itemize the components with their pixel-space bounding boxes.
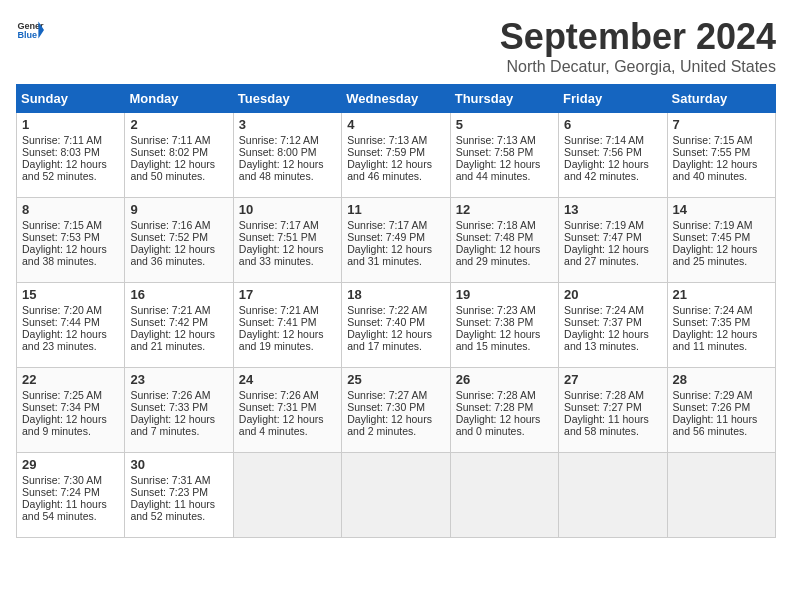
day-detail: Sunset: 7:59 PM [347,146,444,158]
calendar-cell: 1Sunrise: 7:11 AMSunset: 8:03 PMDaylight… [17,113,125,198]
day-detail: Sunrise: 7:23 AM [456,304,553,316]
day-detail: Sunset: 7:56 PM [564,146,661,158]
day-detail: and 25 minutes. [673,255,770,267]
day-detail: and 38 minutes. [22,255,119,267]
week-row-4: 22Sunrise: 7:25 AMSunset: 7:34 PMDayligh… [17,368,776,453]
day-detail: Daylight: 12 hours [130,328,227,340]
day-detail: and 21 minutes. [130,340,227,352]
day-number: 3 [239,117,336,132]
day-detail: and 29 minutes. [456,255,553,267]
col-header-monday: Monday [125,85,233,113]
logo-icon: General Blue [16,16,44,44]
day-detail: Daylight: 12 hours [456,158,553,170]
calendar-cell: 14Sunrise: 7:19 AMSunset: 7:45 PMDayligh… [667,198,775,283]
day-detail: Sunset: 8:00 PM [239,146,336,158]
day-detail: Daylight: 12 hours [239,158,336,170]
calendar-cell [559,453,667,538]
calendar-cell: 29Sunrise: 7:30 AMSunset: 7:24 PMDayligh… [17,453,125,538]
day-detail: Sunrise: 7:25 AM [22,389,119,401]
day-detail: Daylight: 12 hours [673,158,770,170]
day-detail: and 9 minutes. [22,425,119,437]
day-detail: Sunset: 7:49 PM [347,231,444,243]
day-detail: and 7 minutes. [130,425,227,437]
day-detail: Daylight: 12 hours [22,328,119,340]
day-detail: Sunset: 7:37 PM [564,316,661,328]
day-number: 19 [456,287,553,302]
day-detail: Sunrise: 7:16 AM [130,219,227,231]
day-detail: and 23 minutes. [22,340,119,352]
day-detail: and 4 minutes. [239,425,336,437]
day-detail: and 33 minutes. [239,255,336,267]
day-detail: Sunset: 7:35 PM [673,316,770,328]
calendar-cell: 20Sunrise: 7:24 AMSunset: 7:37 PMDayligh… [559,283,667,368]
day-number: 29 [22,457,119,472]
calendar-cell: 12Sunrise: 7:18 AMSunset: 7:48 PMDayligh… [450,198,558,283]
day-detail: and 54 minutes. [22,510,119,522]
day-number: 7 [673,117,770,132]
day-detail: Sunrise: 7:19 AM [564,219,661,231]
day-number: 13 [564,202,661,217]
day-detail: Daylight: 12 hours [239,413,336,425]
day-detail: Sunset: 7:44 PM [22,316,119,328]
calendar-cell: 7Sunrise: 7:15 AMSunset: 7:55 PMDaylight… [667,113,775,198]
day-number: 14 [673,202,770,217]
calendar-cell: 3Sunrise: 7:12 AMSunset: 8:00 PMDaylight… [233,113,341,198]
day-detail: and 19 minutes. [239,340,336,352]
day-detail: Sunset: 7:40 PM [347,316,444,328]
day-detail: Daylight: 12 hours [22,158,119,170]
day-detail: and 48 minutes. [239,170,336,182]
day-detail: Sunset: 7:55 PM [673,146,770,158]
calendar-cell: 30Sunrise: 7:31 AMSunset: 7:23 PMDayligh… [125,453,233,538]
calendar-cell [667,453,775,538]
day-detail: and 46 minutes. [347,170,444,182]
day-detail: Sunset: 7:41 PM [239,316,336,328]
week-row-1: 1Sunrise: 7:11 AMSunset: 8:03 PMDaylight… [17,113,776,198]
calendar-cell: 23Sunrise: 7:26 AMSunset: 7:33 PMDayligh… [125,368,233,453]
day-detail: Daylight: 11 hours [564,413,661,425]
week-row-3: 15Sunrise: 7:20 AMSunset: 7:44 PMDayligh… [17,283,776,368]
day-detail: Daylight: 12 hours [564,158,661,170]
day-detail: Daylight: 12 hours [347,413,444,425]
day-detail: Daylight: 12 hours [130,158,227,170]
day-detail: Sunset: 7:33 PM [130,401,227,413]
day-detail: Sunset: 7:48 PM [456,231,553,243]
col-header-wednesday: Wednesday [342,85,450,113]
col-header-sunday: Sunday [17,85,125,113]
day-number: 6 [564,117,661,132]
day-detail: Daylight: 12 hours [456,328,553,340]
day-detail: Sunset: 7:28 PM [456,401,553,413]
day-number: 30 [130,457,227,472]
calendar-cell: 9Sunrise: 7:16 AMSunset: 7:52 PMDaylight… [125,198,233,283]
day-detail: Sunset: 7:30 PM [347,401,444,413]
day-detail: and 40 minutes. [673,170,770,182]
calendar-cell: 24Sunrise: 7:26 AMSunset: 7:31 PMDayligh… [233,368,341,453]
day-detail: Daylight: 11 hours [22,498,119,510]
day-detail: Sunrise: 7:18 AM [456,219,553,231]
day-detail: Sunrise: 7:26 AM [239,389,336,401]
calendar-cell [450,453,558,538]
day-number: 12 [456,202,553,217]
day-detail: Sunrise: 7:13 AM [347,134,444,146]
calendar-cell: 17Sunrise: 7:21 AMSunset: 7:41 PMDayligh… [233,283,341,368]
calendar-cell: 2Sunrise: 7:11 AMSunset: 8:02 PMDaylight… [125,113,233,198]
day-number: 9 [130,202,227,217]
day-detail: Sunset: 7:26 PM [673,401,770,413]
day-detail: Sunrise: 7:24 AM [673,304,770,316]
calendar-cell: 13Sunrise: 7:19 AMSunset: 7:47 PMDayligh… [559,198,667,283]
day-detail: Sunset: 7:51 PM [239,231,336,243]
day-detail: and 15 minutes. [456,340,553,352]
svg-text:Blue: Blue [17,30,37,40]
calendar-cell: 25Sunrise: 7:27 AMSunset: 7:30 PMDayligh… [342,368,450,453]
day-detail: and 44 minutes. [456,170,553,182]
day-detail: Sunrise: 7:26 AM [130,389,227,401]
day-number: 8 [22,202,119,217]
day-detail: and 52 minutes. [22,170,119,182]
day-number: 28 [673,372,770,387]
day-detail: Sunset: 7:45 PM [673,231,770,243]
day-detail: Sunset: 7:24 PM [22,486,119,498]
day-detail: and 56 minutes. [673,425,770,437]
day-detail: and 58 minutes. [564,425,661,437]
day-detail: Sunrise: 7:31 AM [130,474,227,486]
day-detail: Daylight: 12 hours [22,243,119,255]
day-number: 15 [22,287,119,302]
